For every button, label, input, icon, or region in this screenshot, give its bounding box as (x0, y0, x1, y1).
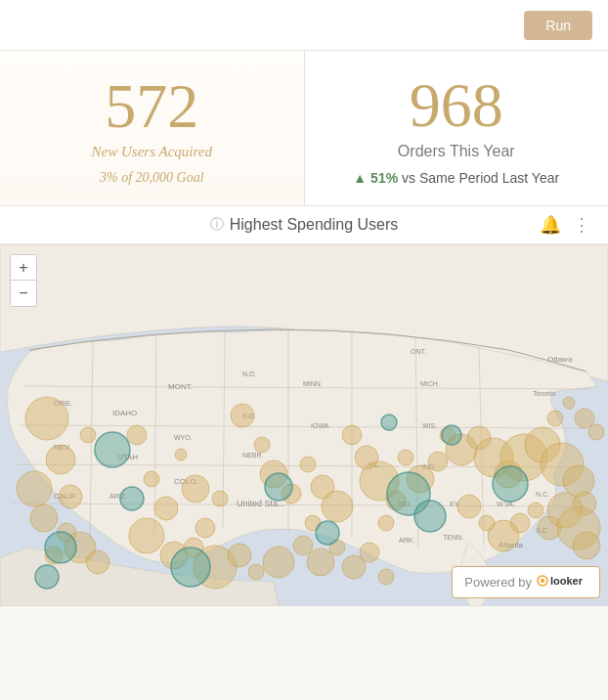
svg-text:ONT.: ONT. (411, 348, 426, 355)
svg-point-80 (398, 450, 413, 465)
svg-point-115 (493, 466, 528, 502)
orders-number: 968 (410, 74, 503, 137)
svg-text:IDAHO: IDAHO (112, 409, 137, 417)
svg-text:MINN.: MINN. (303, 380, 323, 387)
svg-point-108 (95, 432, 130, 467)
svg-point-75 (342, 425, 362, 445)
map-header: ⓘ Highest Spending Users 🔔 ⋮ (0, 206, 608, 244)
new-users-goal: 3% of 20,000 Goal (100, 170, 204, 186)
svg-point-119 (316, 521, 339, 545)
svg-point-122 (575, 409, 594, 428)
map-section: ⓘ Highest Spending Users 🔔 ⋮ (0, 206, 608, 606)
map-svg: ORE. NEV. CALIF. IDAHO UTAH ARIZ. MONT. … (0, 244, 608, 606)
svg-point-48 (30, 504, 58, 532)
svg-point-114 (414, 501, 446, 532)
orders-trend: ▲ 51% vs Same Period Last Year (353, 170, 559, 186)
new-users-card: 572 New Users Acquired 3% of 20,000 Goal (0, 51, 305, 205)
svg-point-73 (322, 491, 353, 522)
svg-point-117 (381, 415, 397, 430)
svg-point-65 (248, 564, 264, 580)
svg-text:WIS.: WIS. (422, 422, 437, 429)
svg-point-96 (510, 513, 530, 533)
zoom-out-button[interactable]: − (11, 281, 36, 306)
svg-text:TENN.: TENN. (443, 534, 463, 541)
svg-point-53 (127, 425, 147, 445)
svg-point-121 (563, 397, 575, 409)
map-container: ORE. NEV. CALIF. IDAHO UTAH ARIZ. MONT. … (0, 244, 608, 606)
trend-text: vs Same Period Last Year (402, 170, 559, 186)
svg-point-109 (120, 487, 144, 510)
svg-point-44 (46, 445, 75, 474)
map-actions: 🔔 ⋮ (538, 212, 592, 238)
run-button[interactable]: Run (524, 11, 592, 40)
svg-text:MONT.: MONT. (168, 382, 193, 391)
svg-point-59 (212, 491, 228, 506)
svg-point-55 (154, 497, 178, 520)
svg-point-107 (378, 569, 394, 585)
svg-point-71 (300, 457, 316, 472)
svg-point-52 (86, 550, 109, 574)
svg-text:ARK.: ARK. (399, 537, 414, 544)
bell-button[interactable]: 🔔 (538, 212, 563, 238)
svg-point-116 (442, 425, 461, 445)
svg-point-123 (588, 424, 604, 440)
svg-point-93 (457, 495, 481, 518)
svg-point-106 (360, 543, 379, 562)
looker-brand: looker (537, 573, 587, 591)
svg-point-66 (263, 547, 294, 578)
metrics-row: 572 New Users Acquired 3% of 20,000 Goal… (0, 51, 608, 206)
svg-point-58 (195, 518, 215, 538)
svg-point-82 (428, 452, 448, 471)
powered-by-badge: Powered by looker (452, 566, 600, 598)
svg-point-118 (265, 473, 292, 501)
svg-text:N.D.: N.D. (242, 371, 256, 377)
orders-card: 968 Orders This Year ▲ 51% vs Same Perio… (305, 51, 609, 205)
svg-point-54 (144, 471, 159, 487)
powered-by-text: Powered by (464, 575, 532, 590)
svg-point-57 (182, 475, 209, 503)
svg-point-101 (573, 532, 600, 559)
svg-point-45 (17, 471, 52, 506)
svg-point-47 (80, 427, 96, 443)
svg-point-103 (307, 548, 334, 576)
svg-point-79 (378, 515, 394, 531)
svg-text:MICH.: MICH. (420, 380, 440, 387)
zoom-in-button[interactable]: + (11, 255, 36, 281)
trend-arrow: ▲ 51% (353, 170, 398, 186)
svg-point-111 (45, 532, 76, 563)
svg-point-67 (231, 404, 254, 427)
svg-point-97 (528, 503, 543, 518)
more-button[interactable]: ⋮ (571, 212, 592, 238)
svg-point-102 (293, 536, 313, 555)
svg-point-56 (175, 449, 187, 460)
svg-point-120 (547, 411, 563, 426)
svg-text:Toronto: Toronto (533, 390, 555, 397)
map-title: Highest Spending Users (230, 216, 399, 234)
question-icon: ⓘ (210, 216, 224, 234)
svg-text:looker: looker (550, 575, 584, 587)
zoom-controls: + − (10, 254, 37, 307)
svg-text:N.C.: N.C. (536, 491, 549, 498)
header-bar: Run (0, 0, 608, 51)
svg-text:IOWA: IOWA (311, 422, 329, 429)
svg-point-68 (254, 437, 270, 453)
svg-point-64 (228, 544, 251, 567)
orders-label: Orders This Year (398, 143, 515, 160)
new-users-number: 572 (105, 75, 198, 138)
svg-point-112 (35, 565, 59, 589)
svg-text:Ottawa: Ottawa (547, 355, 573, 364)
svg-text:WYO.: WYO. (174, 434, 193, 441)
svg-point-110 (171, 547, 210, 587)
new-users-label: New Users Acquired (92, 144, 212, 160)
svg-point-46 (59, 485, 82, 508)
svg-point-91 (563, 465, 594, 497)
svg-point-125 (541, 579, 544, 583)
svg-point-43 (25, 397, 68, 440)
svg-point-60 (129, 518, 164, 553)
